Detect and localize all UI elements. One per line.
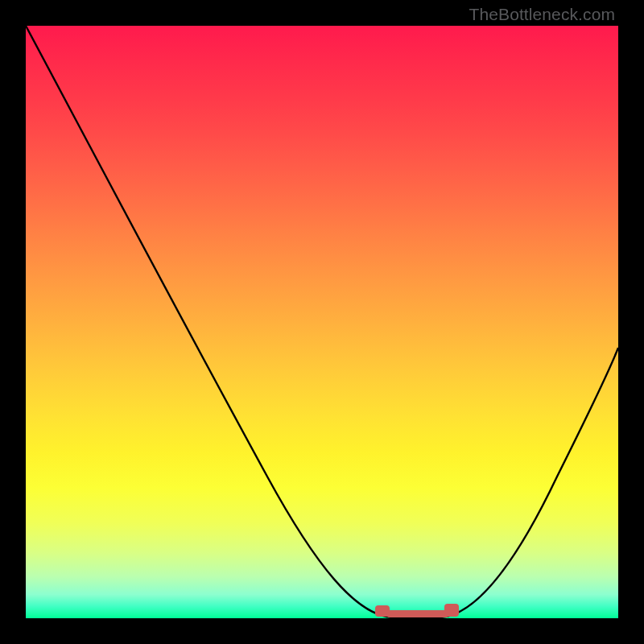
watermark-text: TheBottleneck.com — [469, 5, 615, 24]
curve-path — [26, 26, 618, 618]
chart-container: TheBottleneck.com — [0, 0, 644, 644]
sweet-spot-right-end — [444, 604, 459, 617]
bottleneck-line — [26, 26, 618, 617]
sweet-spot-bar — [386, 610, 449, 617]
